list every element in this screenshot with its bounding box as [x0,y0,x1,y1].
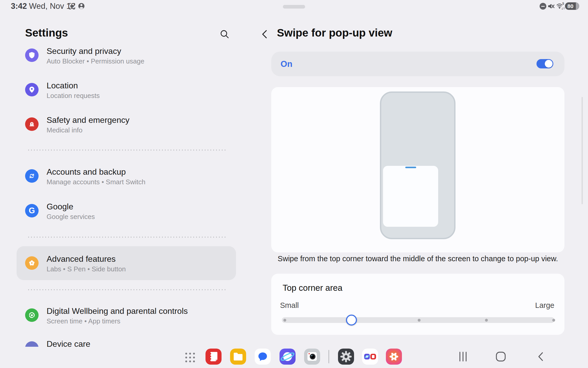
item-subtitle: Location requests [47,91,100,100]
settings-app-icon[interactable] [338,349,354,365]
sidebar-item-accounts-and-backup[interactable]: Accounts and backup Manage accounts • Sm… [0,169,246,196]
item-title: Device care [47,339,90,347]
slider-tick-5 [552,319,555,322]
profile-icon[interactable] [78,2,85,11]
status-time: 3:42 [11,2,27,11]
wellbeing-icon [25,308,39,322]
recents-button[interactable] [456,350,470,363]
master-switch-card[interactable]: On [271,52,564,76]
home-button[interactable] [494,350,508,363]
slider-max-label: Large [535,301,554,310]
phone-illustration [380,91,455,239]
settings-list: Security and privacy Auto Blocker • Perm… [0,48,248,347]
illustration-card [271,87,564,252]
window-drag-handle[interactable] [283,5,305,9]
popup-handle-dash [405,167,416,168]
mute-icon [547,3,555,11]
item-subtitle: Auto Blocker • Permission usage [47,57,144,65]
slider-tick-4 [485,319,488,322]
item-title: Google [47,202,73,211]
do-not-disturb-icon [540,3,546,10]
taskbar-divider [328,350,329,363]
item-subtitle: Screen time • App timers [47,317,120,325]
list-divider [27,289,226,290]
samsung-internet-icon[interactable] [280,349,296,365]
sidebar-item-google[interactable]: G Google Google services [0,204,246,231]
siren-icon [25,117,39,131]
slider-tick-1 [283,319,286,322]
screen-capture-icon[interactable] [68,3,76,11]
feature-description: Swipe from the top corner toward the mid… [271,254,564,263]
item-subtitle: Manage accounts • Smart Switch [47,178,145,186]
slider-card-title: Top corner area [283,283,342,293]
svg-text:5: 5 [562,2,564,5]
sync-icon [25,169,39,183]
svg-text:↑: ↑ [563,7,565,10]
list-divider [27,237,226,238]
search-icon[interactable] [219,29,230,40]
item-subtitle: Labs • S Pen • Side button [47,265,126,273]
page-title-settings: Settings [25,27,68,39]
back-icon[interactable] [259,29,271,40]
toggle-knob [545,60,553,68]
slider-tick-3 [418,319,421,322]
on-off-toggle[interactable] [536,59,553,68]
item-subtitle: Google services [47,213,95,221]
battery-cap [576,2,579,10]
item-title: Digital Wellbeing and parental controls [47,306,188,316]
google-g-icon: G [25,204,39,217]
toggle-label: On [281,52,292,76]
gallery-icon[interactable] [386,349,402,365]
location-pin-icon [25,83,39,96]
device-care-icon [25,341,39,347]
scrollbar[interactable] [582,97,583,204]
sidebar-item-safety-and-emergency[interactable]: Safety and emergency Medical info [0,117,246,144]
slider-min-label: Small [280,301,299,310]
shield-icon [25,48,39,62]
messages-icon[interactable] [255,349,271,365]
gear-flower-icon [25,256,39,270]
detail-title: Swipe for pop-up view [277,27,392,39]
top-corner-area-card: Top corner area Small Large [271,274,564,335]
item-subtitle: Medical info [47,126,83,134]
my-files-icon[interactable] [230,349,246,365]
item-title: Accounts and backup [47,167,126,177]
list-divider [27,150,226,151]
app-drawer-grid-icon[interactable] [184,351,195,363]
sidebar-item-advanced-features[interactable]: Advanced features Labs • S Pen • Side bu… [0,256,246,283]
samsung-notes-icon[interactable] [205,349,222,365]
wifi-icon: 5 ↓ ↑ [556,2,565,12]
sidebar-item-security-and-privacy[interactable]: Security and privacy Auto Blocker • Perm… [0,48,246,75]
app-pair-icon[interactable] [362,349,378,365]
battery-icon: 80 [565,2,579,10]
popup-window-illustration [383,166,438,227]
nav-back-button[interactable] [534,350,548,363]
battery-percent: 80 [565,2,576,10]
slider-handle[interactable] [346,315,357,325]
item-title: Advanced features [47,254,116,264]
tablet-screen: 3:42 Wed, Nov 12 5 [0,0,588,368]
item-title: Safety and emergency [47,115,129,125]
sidebar-item-device-care[interactable]: Device care [0,341,246,347]
camera-icon[interactable] [304,349,320,365]
sidebar-item-location[interactable]: Location Location requests [0,83,246,110]
corner-size-slider[interactable] [282,317,554,323]
item-title: Location [47,81,78,90]
sidebar-item-digital-wellbeing[interactable]: Digital Wellbeing and parental controls … [0,308,246,335]
item-title: Security and privacy [47,48,121,56]
